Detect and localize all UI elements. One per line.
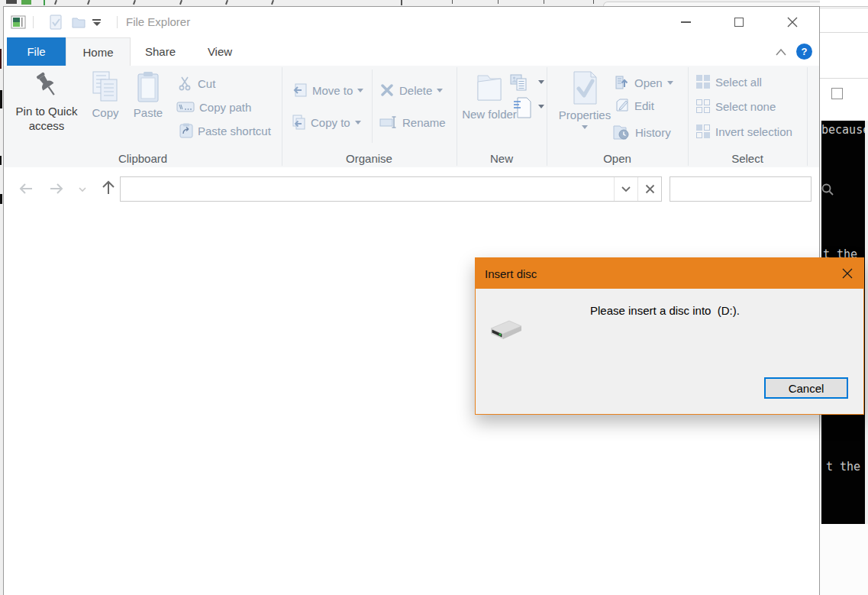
title-bar: File Explorer	[4, 7, 819, 37]
forward-button[interactable]	[48, 181, 65, 196]
group-label-clipboard: Clipboard	[4, 152, 282, 165]
edit-button[interactable]: Edit	[615, 96, 654, 115]
rename-button[interactable]: Rename	[379, 113, 446, 131]
paste-shortcut-label: Paste shortcut	[198, 124, 271, 137]
open-caret	[667, 81, 673, 85]
group-divider	[282, 67, 282, 166]
group-label-select: Select	[688, 152, 807, 165]
paste-label: Paste	[134, 105, 163, 120]
tab-file[interactable]: File	[7, 37, 66, 66]
new-item-button[interactable]	[512, 96, 532, 122]
new-item-icon	[512, 96, 532, 119]
cancel-button[interactable]: Cancel	[764, 377, 848, 399]
move-to-button[interactable]: Move to	[292, 81, 363, 99]
address-dropdown-button[interactable]	[614, 177, 637, 201]
background-window-strip[interactable]	[820, 0, 868, 121]
qat-properties-icon[interactable]	[48, 15, 63, 30]
rename-label: Rename	[402, 116, 446, 129]
cut-icon	[178, 76, 193, 91]
tab-home[interactable]: Home	[66, 37, 131, 66]
easy-access-button[interactable]	[509, 73, 532, 95]
delete-icon	[379, 82, 395, 98]
copy-to-button[interactable]: Copy to	[291, 113, 361, 131]
new-folder-icon	[474, 71, 505, 105]
background-fragment	[6, 0, 17, 4]
group-label-organise: Organise	[282, 152, 457, 165]
easy-access-caret[interactable]	[538, 80, 544, 84]
select-all-button[interactable]: Select all	[695, 73, 762, 91]
maximize-button[interactable]	[715, 7, 763, 37]
select-none-button[interactable]: Select none	[695, 97, 776, 115]
invert-selection-button[interactable]: Invert selection	[695, 122, 792, 141]
new-folder-label: New folder	[462, 107, 517, 121]
up-button[interactable]	[100, 179, 117, 196]
paste-button[interactable]: Paste	[127, 71, 169, 120]
open-button[interactable]: Open	[615, 73, 673, 92]
console-text-line: because	[821, 123, 865, 137]
background-fragment	[452, 0, 453, 4]
cut-button[interactable]: Cut	[178, 74, 215, 92]
background-fragment	[133, 0, 136, 5]
background-fragment	[401, 0, 402, 5]
console-text-line: t the	[826, 460, 860, 474]
background-fragment	[544, 0, 544, 4]
pin-to-quick-access-button[interactable]: Pin to Quick access	[11, 71, 82, 133]
search-input[interactable]	[670, 177, 821, 201]
properties-button[interactable]: Properties	[555, 70, 615, 129]
invert-selection-icon	[695, 124, 711, 139]
group-divider	[457, 67, 457, 166]
address-refresh-cancel-button[interactable]	[637, 177, 661, 201]
address-input[interactable]	[121, 177, 614, 201]
new-item-caret[interactable]	[538, 105, 544, 108]
qat-customize-caret[interactable]	[92, 19, 101, 26]
back-button[interactable]	[18, 181, 34, 196]
minimize-button[interactable]	[662, 7, 709, 37]
history-label: History	[635, 126, 671, 139]
ribbon-tab-row: File Home Share View ?	[4, 37, 819, 66]
close-button[interactable]	[769, 7, 816, 37]
properties-label: Properties	[559, 108, 611, 122]
select-all-icon	[695, 74, 711, 89]
select-all-label: Select all	[715, 76, 762, 89]
search-box	[670, 176, 812, 202]
pin-label: Pin to Quick access	[11, 104, 82, 133]
tab-share[interactable]: Share	[131, 37, 190, 66]
divider	[117, 16, 118, 28]
dialog-close-button[interactable]	[831, 258, 863, 289]
pin-icon	[34, 71, 60, 102]
background-fragment	[87, 0, 90, 5]
paste-shortcut-button[interactable]: Paste shortcut	[179, 121, 271, 140]
search-icon[interactable]	[821, 177, 834, 201]
dialog-body: Please insert a disc into (D:). Cancel	[476, 289, 863, 414]
recent-locations-caret[interactable]	[78, 186, 87, 193]
window-title: File Explorer	[126, 7, 190, 37]
open-icon	[615, 75, 630, 90]
rename-icon	[379, 115, 398, 129]
copy-path-button[interactable]: Copy path	[176, 98, 251, 116]
insert-disc-dialog: Insert disc Please insert a disc into (D…	[475, 257, 864, 415]
easy-access-icon	[509, 73, 532, 92]
background-sliver	[0, 49, 2, 69]
group-divider	[688, 67, 689, 166]
select-none-label: Select none	[715, 100, 776, 113]
tab-view[interactable]: View	[190, 37, 250, 66]
copy-icon	[92, 71, 119, 103]
collapse-ribbon-chevron-icon[interactable]	[773, 47, 789, 57]
edit-label: Edit	[634, 99, 654, 112]
screen: because t the t the	[0, 0, 868, 595]
dialog-title: Insert disc	[485, 267, 831, 280]
delete-label: Delete	[399, 84, 432, 97]
copy-button[interactable]: Copy	[85, 71, 126, 120]
qat-new-folder-icon[interactable]	[71, 15, 86, 30]
background-fragment	[179, 0, 182, 5]
dialog-title-bar: Insert disc	[476, 258, 863, 289]
copy-label: Copy	[92, 105, 118, 120]
background-fragment	[54, 0, 57, 5]
background-checkbox-square[interactable]	[831, 88, 843, 99]
move-to-icon	[292, 82, 308, 98]
organise-internal-divider	[372, 70, 373, 143]
history-button[interactable]: History	[612, 123, 671, 141]
background-fragment	[225, 0, 228, 5]
delete-button[interactable]: Delete	[379, 81, 443, 99]
help-button[interactable]: ?	[796, 44, 812, 60]
